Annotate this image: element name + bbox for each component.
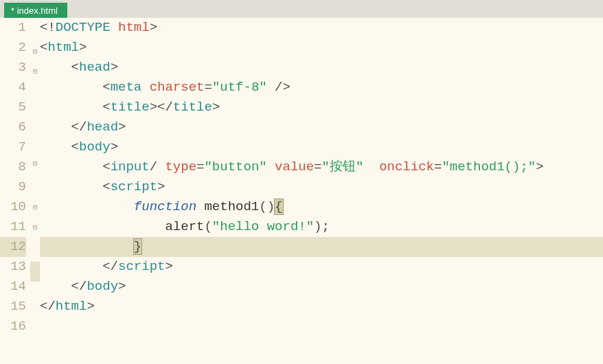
token: html bbox=[47, 40, 79, 55]
fold-spacer bbox=[30, 130, 40, 150]
token: > bbox=[87, 299, 94, 314]
line-number: 4 bbox=[0, 78, 26, 98]
code-line[interactable]: </head> bbox=[40, 117, 603, 137]
code-line[interactable]: <title></title> bbox=[40, 98, 603, 117]
line-number: 5 bbox=[0, 98, 26, 117]
token: title bbox=[111, 100, 150, 115]
line-number: 9 bbox=[0, 177, 26, 197]
token: <! bbox=[40, 20, 56, 35]
code-line[interactable]: <!DOCTYPE html> bbox=[40, 18, 603, 38]
code-editor[interactable]: 12345678910111213141516 ⊟⊟⊟⊟⊟ <!DOCTYPE … bbox=[0, 18, 603, 364]
token: value bbox=[275, 159, 314, 174]
token: charset bbox=[150, 80, 205, 95]
fold-toggle-icon[interactable]: ⊟ bbox=[30, 198, 40, 218]
token bbox=[40, 60, 71, 75]
fold-spacer bbox=[30, 18, 40, 38]
token: = bbox=[434, 159, 442, 174]
line-number: 14 bbox=[0, 277, 26, 297]
token: ( bbox=[204, 219, 212, 234]
token bbox=[267, 159, 275, 174]
line-number: 7 bbox=[0, 137, 26, 157]
token: DOCTYPE bbox=[56, 20, 111, 35]
token bbox=[157, 159, 165, 174]
token bbox=[141, 80, 149, 95]
token bbox=[363, 159, 379, 174]
code-line[interactable]: <body> bbox=[40, 137, 603, 157]
token: /> bbox=[275, 80, 291, 95]
code-line[interactable]: <head> bbox=[40, 58, 603, 78]
token: > bbox=[118, 279, 126, 294]
fold-toggle-icon[interactable]: ⊟ bbox=[30, 42, 40, 62]
code-line[interactable]: </script> bbox=[40, 257, 603, 277]
line-number: 6 bbox=[0, 117, 26, 137]
token bbox=[40, 279, 71, 294]
token: </ bbox=[71, 279, 87, 294]
token: body bbox=[87, 279, 118, 294]
token: </ bbox=[71, 120, 87, 135]
fold-spacer bbox=[30, 334, 40, 354]
fold-toggle-icon[interactable]: ⊟ bbox=[30, 154, 40, 174]
token: title bbox=[173, 100, 212, 115]
token: > bbox=[165, 259, 172, 274]
token: onclick bbox=[379, 159, 434, 174]
line-number: 1 bbox=[0, 18, 26, 38]
token bbox=[40, 139, 71, 155]
token: input bbox=[111, 159, 150, 174]
token: < bbox=[102, 100, 110, 115]
code-line[interactable]: function method1(){ bbox=[40, 197, 603, 217]
fold-spacer bbox=[30, 262, 40, 282]
token: "method1();" bbox=[442, 159, 536, 174]
code-line[interactable] bbox=[40, 317, 603, 337]
token bbox=[111, 20, 118, 35]
token: > bbox=[111, 139, 118, 155]
token: > bbox=[118, 120, 126, 135]
line-number: 2 bbox=[0, 38, 26, 58]
code-line[interactable]: <html> bbox=[40, 38, 603, 58]
token: meta bbox=[111, 80, 142, 95]
token: () bbox=[259, 199, 275, 214]
fold-toggle-icon[interactable]: ⊟ bbox=[30, 62, 40, 82]
token bbox=[40, 239, 134, 254]
code-line[interactable]: } bbox=[40, 237, 603, 257]
code-line[interactable]: </body> bbox=[40, 277, 603, 297]
code-line[interactable]: </html> bbox=[40, 297, 603, 317]
token: html bbox=[118, 20, 150, 35]
line-number: 8 bbox=[0, 157, 26, 177]
token bbox=[40, 199, 134, 214]
token: method1 bbox=[204, 199, 259, 214]
token: "hello word!" bbox=[212, 219, 314, 234]
tab-index-html[interactable]: * index.html bbox=[4, 3, 67, 18]
line-number: 11 bbox=[0, 217, 26, 237]
line-number: 15 bbox=[0, 297, 26, 317]
token bbox=[196, 199, 204, 214]
fold-spacer bbox=[30, 358, 40, 364]
token bbox=[267, 80, 275, 95]
token: </ bbox=[102, 259, 118, 274]
code-line[interactable]: <script> bbox=[40, 177, 603, 197]
token: { bbox=[275, 199, 282, 214]
code-line[interactable]: <meta charset="utf-8" /> bbox=[40, 78, 603, 98]
token bbox=[40, 179, 102, 194]
code-line[interactable]: <input/ type="button" value="按钮" onclick… bbox=[40, 157, 603, 177]
fold-spacer bbox=[30, 106, 40, 126]
token: type bbox=[165, 159, 196, 174]
token: < bbox=[102, 159, 110, 174]
token bbox=[40, 80, 102, 95]
token bbox=[40, 219, 165, 234]
line-number: 3 bbox=[0, 58, 26, 78]
token: = bbox=[204, 80, 212, 95]
token: > bbox=[212, 100, 220, 115]
fold-toggle-icon[interactable]: ⊟ bbox=[30, 218, 40, 238]
fold-spacer bbox=[30, 286, 40, 306]
token: script bbox=[118, 259, 165, 274]
code-area[interactable]: <!DOCTYPE html><html> <head> <meta chars… bbox=[40, 18, 603, 364]
token bbox=[40, 100, 102, 115]
token: function bbox=[134, 199, 196, 214]
line-number: 13 bbox=[0, 257, 26, 277]
token: html bbox=[56, 299, 87, 314]
token: body bbox=[79, 139, 111, 155]
token: ></ bbox=[150, 100, 173, 115]
fold-spacer bbox=[30, 174, 40, 194]
token: > bbox=[157, 179, 165, 194]
code-line[interactable]: alert("hello word!"); bbox=[40, 217, 603, 237]
